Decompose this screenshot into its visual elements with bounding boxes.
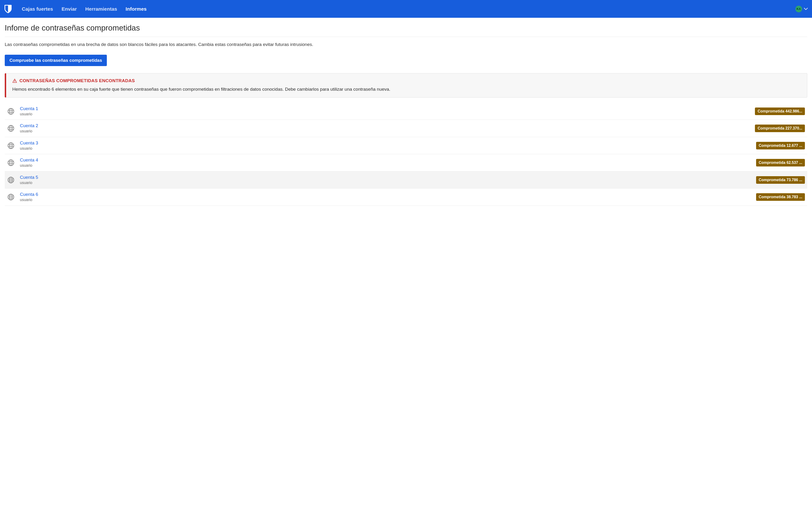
nav-tools[interactable]: Herramientas (85, 6, 117, 12)
item-username: usuario (20, 198, 751, 203)
primary-nav: Cajas fuertes Enviar Herramientas Inform… (22, 6, 795, 12)
alert-body: Hemos encontrado 6 elementos en su caja … (12, 86, 801, 93)
globe-icon (7, 193, 14, 201)
svg-point-12 (8, 194, 14, 200)
svg-point-3 (10, 108, 12, 114)
table-row[interactable]: Cuenta 4 usuario Comprometida 62.537 ... (5, 154, 807, 171)
item-icon-wrap (7, 176, 15, 184)
globe-icon (7, 108, 14, 115)
item-name-link[interactable]: Cuenta 1 (20, 106, 750, 112)
nav-reports[interactable]: Informes (125, 6, 147, 12)
item-text: Cuenta 4 usuario (20, 157, 751, 168)
item-name-link[interactable]: Cuenta 5 (20, 175, 751, 180)
item-username: usuario (20, 129, 750, 134)
status-badge: Comprometida 227.370... (755, 125, 805, 132)
svg-point-8 (8, 160, 14, 166)
avatar: KA (795, 6, 802, 12)
item-text: Cuenta 5 usuario (20, 175, 751, 185)
status-badge: Comprometida 12.677 ... (756, 142, 805, 149)
user-menu[interactable]: KA (795, 6, 808, 12)
item-icon-wrap (7, 108, 15, 115)
table-row[interactable]: Cuenta 3 usuario Comprometida 12.677 ... (5, 137, 807, 154)
page-title: Infome de contraseñas comprometidas (5, 24, 807, 37)
item-name-link[interactable]: Cuenta 4 (20, 157, 751, 163)
item-icon-wrap (7, 193, 15, 201)
item-icon-wrap (7, 159, 15, 166)
svg-point-10 (8, 177, 14, 183)
warning-triangle-icon (12, 79, 17, 83)
item-text: Cuenta 3 usuario (20, 140, 751, 151)
globe-icon (7, 125, 14, 132)
globe-icon (7, 176, 14, 184)
item-name-link[interactable]: Cuenta 6 (20, 191, 751, 198)
item-text: Cuenta 2 usuario (20, 123, 750, 133)
nav-vaults[interactable]: Cajas fuertes (22, 6, 53, 12)
svg-point-9 (10, 160, 12, 166)
status-badge: Comprometida 73.786 ... (756, 176, 805, 184)
status-badge: Comprometida 442.986... (755, 108, 805, 115)
item-text: Cuenta 1 usuario (20, 106, 750, 117)
globe-icon (7, 142, 14, 149)
globe-icon (7, 159, 14, 166)
item-name-link[interactable]: Cuenta 3 (20, 140, 751, 146)
alert-title: CONTRASEÑAS COMPROMETIDAS ENCONTRADAS (20, 78, 135, 83)
results-list: Cuenta 1 usuario Comprometida 442.986...… (5, 103, 807, 206)
item-icon-wrap (7, 125, 15, 132)
main-content: Infome de contraseñas comprometidas Las … (0, 18, 812, 211)
svg-point-4 (8, 125, 14, 131)
svg-point-5 (10, 125, 12, 131)
svg-point-13 (10, 194, 12, 200)
top-navbar: Cajas fuertes Enviar Herramientas Inform… (0, 0, 812, 18)
svg-point-11 (10, 177, 12, 183)
alert-box: CONTRASEÑAS COMPROMETIDAS ENCONTRADAS He… (5, 73, 807, 97)
app-shield-logo-icon (4, 4, 12, 13)
chevron-down-icon (804, 8, 808, 10)
status-badge: Comprometida 38.783 ... (756, 193, 805, 201)
svg-point-1 (14, 82, 15, 82)
svg-point-2 (8, 108, 14, 114)
item-username: usuario (20, 112, 750, 117)
item-username: usuario (20, 146, 751, 151)
table-row[interactable]: Cuenta 6 usuario Comprometida 38.783 ... (5, 188, 807, 206)
item-text: Cuenta 6 usuario (20, 191, 751, 202)
check-exposed-button[interactable]: Compruebe las contraseñas comprometidas (5, 55, 107, 66)
table-row[interactable]: Cuenta 2 usuario Comprometida 227.370... (5, 120, 807, 137)
item-username: usuario (20, 163, 751, 168)
alert-header: CONTRASEÑAS COMPROMETIDAS ENCONTRADAS (12, 78, 801, 83)
status-badge: Comprometida 62.537 ... (756, 159, 805, 166)
table-row[interactable]: Cuenta 1 usuario Comprometida 442.986... (5, 103, 807, 120)
item-name-link[interactable]: Cuenta 2 (20, 123, 750, 129)
item-icon-wrap (7, 142, 15, 149)
item-username: usuario (20, 180, 751, 185)
nav-send[interactable]: Enviar (62, 6, 77, 12)
table-row[interactable]: Cuenta 5 usuario Comprometida 73.786 ... (5, 172, 807, 188)
svg-point-7 (10, 143, 12, 149)
page-description: Las contraseñas comprometidas en una bre… (5, 41, 807, 48)
svg-point-6 (8, 143, 14, 149)
